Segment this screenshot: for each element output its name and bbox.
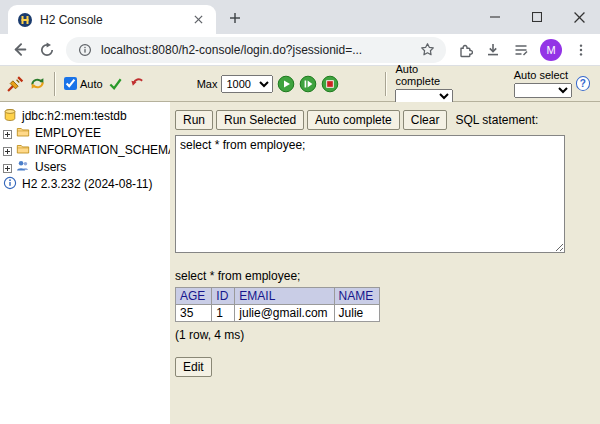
- tree-item-label: H2 2.3.232 (2024-08-11): [22, 177, 153, 191]
- column-header-name: NAME: [334, 288, 380, 305]
- tree-item-database[interactable]: jdbc:h2:mem:testdb: [3, 107, 167, 124]
- max-rows-label: Max: [197, 78, 218, 90]
- info-icon: [3, 176, 18, 191]
- edit-button[interactable]: Edit: [175, 357, 212, 377]
- tree-item-information-schema[interactable]: INFORMATION_SCHEMA: [3, 141, 167, 158]
- new-tab-button[interactable]: [222, 5, 248, 31]
- run-selected-button[interactable]: Run Selected: [216, 110, 304, 130]
- window-controls: [474, 0, 600, 34]
- query-echo: select * from employee;: [175, 269, 600, 283]
- query-panel: Run Run Selected Auto complete Clear SQL…: [170, 102, 600, 424]
- auto-select-label: Auto select: [514, 69, 568, 81]
- h2-toolbar: Auto Max 1000 Auto complete Auto: [0, 66, 600, 102]
- auto-complete-control: Auto complete: [395, 63, 461, 104]
- table-row: 35 1 julie@gmail.com Julie: [176, 305, 380, 322]
- results-table: AGE ID EMAIL NAME 35 1 julie@gmail.com J…: [175, 287, 380, 322]
- tree-item-label: INFORMATION_SCHEMA: [35, 143, 170, 157]
- download-icon[interactable]: [484, 41, 502, 59]
- auto-select-select[interactable]: [514, 83, 572, 98]
- folder-icon: [16, 125, 31, 140]
- site-info-icon[interactable]: [76, 41, 94, 59]
- tab-bar: H2 Console: [0, 0, 600, 34]
- db-tree-sidebar: jdbc:h2:mem:testdb EMPLOYEE INFORMATION_: [0, 102, 170, 424]
- expand-toggle-icon[interactable]: [3, 162, 12, 171]
- commit-icon[interactable]: [107, 75, 125, 93]
- run-selected-icon[interactable]: [299, 75, 317, 93]
- tree-item-label: jdbc:h2:mem:testdb: [22, 109, 127, 123]
- results-panel: select * from employee; AGE ID EMAIL NAM…: [175, 269, 600, 377]
- tab-close-icon[interactable]: [190, 11, 207, 28]
- browser-menu-icon[interactable]: [572, 41, 590, 59]
- disconnect-icon[interactable]: [6, 75, 24, 93]
- users-icon: [16, 159, 31, 174]
- results-header-row: AGE ID EMAIL NAME: [176, 288, 380, 305]
- url-text[interactable]: localhost:8080/h2-console/login.do?jsess…: [101, 43, 411, 57]
- row-count-status: (1 row, 4 ms): [175, 328, 600, 342]
- profile-avatar[interactable]: M: [540, 39, 562, 61]
- tree-item-label: EMPLOYEE: [35, 126, 101, 140]
- clear-button[interactable]: Clear: [403, 110, 448, 130]
- sql-input[interactable]: select * from employee;: [175, 135, 565, 253]
- window-minimize-button[interactable]: [474, 0, 516, 34]
- cell-email: julie@gmail.com: [235, 305, 334, 322]
- toolbar-separator: [385, 72, 387, 96]
- cell-name: Julie: [334, 305, 380, 322]
- auto-commit-control: Auto: [64, 77, 103, 90]
- query-button-row: Run Run Selected Auto complete Clear SQL…: [175, 110, 600, 130]
- bookmark-star-icon[interactable]: [418, 41, 436, 59]
- tab-title: H2 Console: [40, 13, 183, 27]
- cell-id: 1: [212, 305, 235, 322]
- run-button[interactable]: Run: [175, 110, 213, 130]
- h2-favicon-icon: [17, 12, 33, 28]
- rollback-icon[interactable]: [129, 75, 147, 93]
- tree-item-users[interactable]: Users: [3, 158, 167, 175]
- back-icon[interactable]: [10, 41, 28, 59]
- auto-commit-label: Auto: [80, 78, 103, 90]
- column-header-id: ID: [212, 288, 235, 305]
- browser-tab[interactable]: H2 Console: [8, 5, 216, 34]
- window-close-button[interactable]: [558, 0, 600, 34]
- max-rows-select[interactable]: 1000: [221, 75, 273, 93]
- expand-toggle-icon[interactable]: [3, 128, 12, 137]
- stop-icon[interactable]: [321, 75, 339, 93]
- tree-item-label: Users: [35, 160, 66, 174]
- toolbar-separator: [54, 72, 56, 96]
- folder-icon: [16, 142, 31, 157]
- auto-select-control: Auto select: [514, 69, 572, 98]
- extensions-puzzle-icon[interactable]: [456, 41, 474, 59]
- column-header-age: AGE: [176, 288, 212, 305]
- console-content: jdbc:h2:mem:testdb EMPLOYEE INFORMATION_: [0, 102, 600, 424]
- run-icon[interactable]: [277, 75, 295, 93]
- refresh-objects-icon[interactable]: [28, 75, 46, 93]
- address-bar[interactable]: localhost:8080/h2-console/login.do?jsess…: [66, 37, 446, 63]
- auto-complete-label: Auto complete: [395, 63, 461, 87]
- browser-navbar: localhost:8080/h2-console/login.do?jsess…: [0, 34, 600, 66]
- auto-complete-button[interactable]: Auto complete: [307, 110, 400, 130]
- window-maximize-button[interactable]: [516, 0, 558, 34]
- cell-age: 35: [176, 305, 212, 322]
- expand-toggle-icon[interactable]: [3, 145, 12, 154]
- max-rows-control: Max 1000: [197, 75, 274, 93]
- reading-list-icon[interactable]: [512, 41, 530, 59]
- auto-commit-checkbox[interactable]: [64, 77, 77, 90]
- help-icon[interactable]: ?: [576, 76, 590, 91]
- browser-window: H2 Console: [0, 0, 600, 424]
- tree-item-version-info[interactable]: H2 2.3.232 (2024-08-11): [3, 175, 167, 192]
- column-header-email: EMAIL: [235, 288, 334, 305]
- refresh-icon[interactable]: [38, 41, 56, 59]
- sql-statement-label: SQL statement:: [455, 113, 538, 127]
- tree-item-employee[interactable]: EMPLOYEE: [3, 124, 167, 141]
- database-icon: [3, 108, 18, 123]
